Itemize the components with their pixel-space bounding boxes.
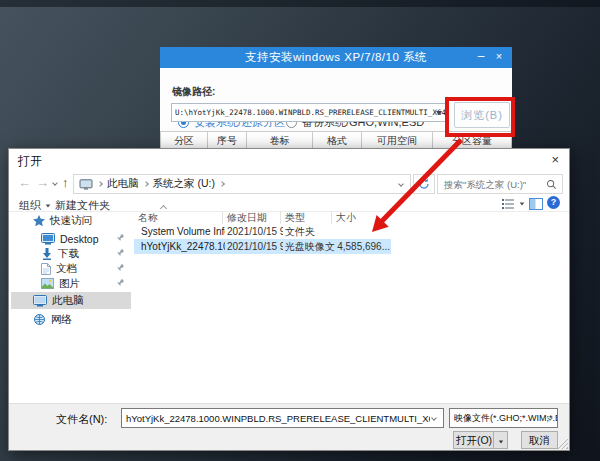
refresh-icon [418,178,430,190]
image-path-label: 镜像路径: [172,85,215,99]
pin-icon [115,278,125,288]
filetype-dropdown[interactable]: 映像文件(*.GHO;*.WIM;*.ESD; [449,408,558,428]
file-size [335,225,390,239]
chevron-down-icon [498,441,502,444]
breadcrumb-this-pc[interactable]: 此电脑 [107,177,139,191]
network-icon [33,314,46,325]
file-date: 2021/10/15 9:00 [227,240,283,254]
sidebar-item-this-pc[interactable]: 此电脑 [9,293,132,308]
breadcrumb-current-drive[interactable]: 系统之家 (U:) [153,177,215,191]
close-icon[interactable]: × [551,152,559,167]
history-chevron-icon[interactable] [52,180,58,186]
back-icon[interactable]: ← [18,175,31,190]
pictures-icon [41,278,54,289]
open-split-button[interactable] [493,431,508,449]
dialog-title: 打开 [18,153,42,170]
pin-icon [115,263,125,273]
search-input[interactable] [438,179,546,190]
breadcrumb-chevron-icon [219,181,225,187]
up-icon[interactable]: ↑ [62,175,69,190]
search-box[interactable] [437,174,563,194]
forward-icon[interactable]: → [36,175,49,190]
network-label: 网络 [51,313,72,327]
filename-input[interactable] [122,413,432,424]
preview-pane-icon[interactable] [529,198,543,210]
column-type[interactable]: 类型 [281,211,332,224]
file-name: System Volume Informati... [141,225,225,239]
open-file-dialog: 打开 × ← → ↑ 此电脑 系统之家 (U:) 组织 新建文件夹 ? 快速访问 [8,148,570,451]
file-type: 光盘映像文件 [285,240,335,254]
document-icon [41,263,51,275]
open-button[interactable]: 打开(O) [453,431,494,449]
chevron-down-icon [46,204,51,207]
column-date-modified[interactable]: 修改日期 [223,211,281,224]
file-date: 2021/10/15 9:55 [227,225,283,239]
column-size[interactable]: 大小 [332,211,391,224]
resize-grip-icon[interactable] [558,439,568,449]
breadcrumb-chevron-icon [97,181,103,187]
pictures-label: 图片 [59,277,80,291]
file-row-folder[interactable]: System Volume Informati... 2021/10/15 9:… [9,225,569,239]
pc-icon [79,179,93,190]
installer-title: 支持安装windows XP/7/8/10 系统 [160,47,512,68]
sidebar-item-pictures[interactable]: 图片 [9,276,132,291]
chevron-down-icon[interactable] [436,111,442,115]
file-name: hYotYjKk_22478.1000.WI... [141,240,225,254]
address-dropdown-icon[interactable] [398,181,404,187]
image-path-combobox[interactable]: U:\hYotYjKk_22478.1000.WINPBLD.RS_PREREL… [171,103,447,122]
filename-combobox[interactable] [121,408,444,428]
this-pc-label: 此电脑 [52,294,84,308]
cancel-button[interactable]: 取消 [521,431,558,449]
dialog-footer: 文件名(N): 映像文件(*.GHO;*.WIM;*.ESD; 打开(O) 取消 [9,403,569,450]
breadcrumb-chevron-icon [143,181,149,187]
minimize-icon[interactable]: – [472,47,490,68]
file-type: 文件夹 [285,225,335,239]
file-row-iso-selected[interactable]: hYotYjKk_22478.1000.WI... 2021/10/15 9:0… [9,240,569,254]
close-icon[interactable]: × [490,47,508,68]
image-path-value: U:\hYotYjKk_22478.1000.WINPBLD.RS_PREREL… [175,108,447,117]
sidebar-item-documents[interactable]: 文档 [9,261,132,276]
file-size: 4,585,696... [335,240,390,254]
annotation-highlight-rect [445,97,515,137]
computer-icon [33,295,47,307]
column-name[interactable]: 名称 [134,211,223,224]
help-icon[interactable]: ? [547,196,560,209]
filename-label: 文件名(N): [56,412,107,427]
documents-label: 文档 [56,262,77,276]
search-icon [546,179,557,190]
sidebar-item-network[interactable]: 网络 [9,312,132,327]
view-options-chevron-icon[interactable] [520,202,525,205]
filetype-value: 映像文件(*.GHO;*.WIM;*.ESD; [454,413,558,423]
breadcrumb[interactable]: 此电脑 系统之家 (U:) [73,174,411,194]
list-view-icon[interactable] [501,198,515,210]
refresh-button[interactable] [413,174,435,194]
chevron-down-icon[interactable] [431,415,437,421]
background-top-band [0,0,600,7]
